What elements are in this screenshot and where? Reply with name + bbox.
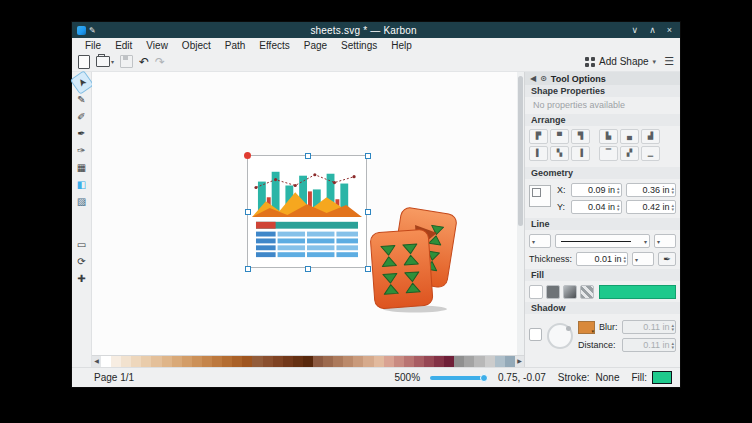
open-recent-chevron-icon[interactable]: ▾ [111,58,114,65]
palette-swatch[interactable] [303,356,313,367]
canvas[interactable] [92,72,524,355]
palette-swatch[interactable] [131,356,141,367]
zoom-level-text[interactable]: 500% [394,372,420,383]
open-document-button[interactable]: ▾ [96,54,114,70]
menu-item-view[interactable]: View [139,40,175,51]
line-join-combo[interactable] [654,234,676,248]
toolbar-overflow-menu-button[interactable]: ☰ [664,55,674,68]
palette-scroll-left-icon[interactable]: ◀ [92,356,101,367]
canvas-vertical-scrollbar[interactable] [517,72,524,355]
x-position-input[interactable]: 0.09 in [571,183,622,197]
palette-swatch[interactable] [374,356,384,367]
close-button[interactable]: × [667,25,672,35]
palette-swatch[interactable] [363,356,373,367]
palette-swatch[interactable] [192,356,202,367]
palette-swatch[interactable] [172,356,182,367]
arrange-button[interactable]: ▐ [571,146,590,161]
palette-swatch[interactable] [434,356,444,367]
sheets-icon-object[interactable] [365,205,460,313]
palette-swatch[interactable] [232,356,242,367]
shadow-angle-dial[interactable] [547,323,573,349]
arrange-button[interactable]: ▜ [571,129,590,144]
palette-swatch[interactable] [151,356,161,367]
rotation-anchor[interactable] [244,152,251,159]
palette-swatch[interactable] [202,356,212,367]
arrange-button[interactable]: ▁ [641,146,660,161]
palette-swatch[interactable] [121,356,131,367]
selection-handle-w[interactable] [245,209,251,215]
arrange-button[interactable]: ▔ [599,146,618,161]
shadow-angle-knob[interactable] [566,326,571,331]
menu-item-path[interactable]: Path [218,40,253,51]
selection-handle-ne[interactable] [365,153,371,159]
grid-tool[interactable]: ▦ [74,160,90,175]
palette-swatch[interactable] [313,356,323,367]
zoom-tool[interactable]: ⟳ [74,254,90,269]
undo-button[interactable]: ↶ [139,54,149,70]
arrange-button[interactable]: ▚ [550,146,569,161]
palette-swatch[interactable] [464,356,474,367]
palette-swatch[interactable] [384,356,394,367]
pin-panel-icon[interactable]: ⊙ [540,74,547,83]
palette-swatch[interactable] [454,356,464,367]
fill-none-button[interactable] [529,285,543,299]
palette-swatch[interactable] [353,356,363,367]
gradient-tool[interactable]: ◧ [74,177,90,192]
add-shape-button[interactable]: Add Shape ▾ [585,56,656,67]
y-position-input[interactable]: 0.04 in [571,200,622,214]
thickness-input[interactable]: 0.01 in [576,252,628,266]
palette-swatch[interactable] [394,356,404,367]
collapse-panel-icon[interactable]: ◀ [530,74,536,83]
palette-swatch[interactable] [343,356,353,367]
shadow-blur-input[interactable]: 0.11 in [622,320,676,334]
palette-swatch[interactable] [414,356,424,367]
menu-item-help[interactable]: Help [384,40,419,51]
spin-arrows-icon[interactable] [671,203,674,211]
zoom-slider[interactable] [430,376,486,380]
select-tool[interactable]: ➤ [71,72,92,94]
selection-handle-s[interactable] [305,266,311,272]
palette-swatch[interactable] [333,356,343,367]
position-anchor-widget[interactable] [529,185,551,207]
stroke-settings-button[interactable]: ✒ [658,252,676,266]
selection-handle-n[interactable] [305,153,311,159]
arrange-button[interactable]: ▄ [620,129,639,144]
selected-chart-image-object[interactable] [247,155,367,268]
palette-swatch[interactable] [141,356,151,367]
arrange-button[interactable]: ▞ [620,146,639,161]
menu-item-object[interactable]: Object [175,40,218,51]
menu-item-page[interactable]: Page [297,40,334,51]
fill-solid-button[interactable] [546,285,560,299]
spin-arrows-icon[interactable] [617,203,620,211]
menu-item-edit[interactable]: Edit [108,40,139,51]
line-cap-combo[interactable] [529,234,551,248]
zoom-slider-handle[interactable] [480,374,488,382]
spin-arrows-icon[interactable] [671,186,674,194]
minimize-button[interactable]: ∨ [632,25,639,35]
palette-swatch[interactable] [242,356,252,367]
palette-swatch[interactable] [474,356,484,367]
width-input[interactable]: 0.36 in [626,183,677,197]
palette-swatch[interactable] [252,356,262,367]
palette-swatch[interactable] [212,356,222,367]
palette-swatch[interactable] [323,356,333,367]
palette-swatch[interactable] [404,356,414,367]
palette-swatch[interactable] [101,356,111,367]
calligraphy-tool[interactable]: ✑ [74,143,90,158]
line-style-combo[interactable] [555,234,650,248]
palette-swatch[interactable] [273,356,283,367]
palette-swatch[interactable] [263,356,273,367]
spin-arrows-icon[interactable] [617,186,620,194]
palette-swatch[interactable] [485,356,495,367]
palette-swatch[interactable] [424,356,434,367]
menu-item-effects[interactable]: Effects [252,40,296,51]
pattern-tool[interactable]: ▨ [74,194,90,209]
palette-scroll-right-icon[interactable]: ▶ [515,356,524,367]
arrange-button[interactable]: ▀ [550,129,569,144]
shadow-color-button[interactable] [578,321,595,334]
save-button[interactable] [120,54,133,70]
node-edit-tool[interactable]: ✐ [74,109,90,124]
arrange-button[interactable]: ▌ [529,146,548,161]
shadow-distance-input[interactable]: 0.11 in [622,338,676,352]
pan-tool[interactable]: ✚ [74,271,90,286]
